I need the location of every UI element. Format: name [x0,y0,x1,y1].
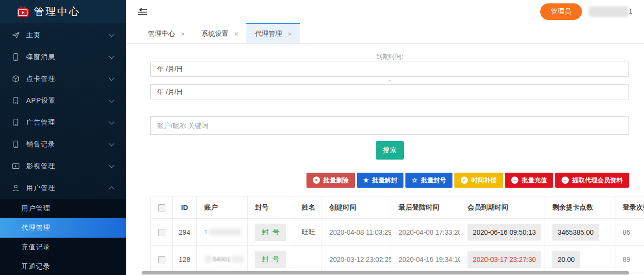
cell-name: 旺旺 [294,219,322,246]
sidebar-item-card-management[interactable]: 点卡管理 [0,68,126,90]
app-title: 管理中心 [34,5,80,18]
select-all-checkbox[interactable] [158,204,165,211]
sidebar-item-app-settings[interactable]: APP设置 [0,90,126,112]
sidebar-item-label: 用户管理 [26,184,110,193]
mobile-icon [12,140,20,148]
account-prefix: 1 [204,228,208,236]
bulk-unban-button[interactable]: ★ 批量解封 [357,173,404,188]
circle-x-icon: × [313,177,320,184]
button-label: 批量解封 [372,176,397,185]
sidebar-item-label: 销售记录 [26,140,110,149]
cell-account: 1 [197,219,248,246]
row-checkbox[interactable] [158,229,165,236]
username-suffix: 1 [629,8,632,15]
expire-time-label: 到期时间: [150,52,629,60]
submenu-item-recharge-records[interactable]: 充值记录 [0,238,126,257]
tab-management-center[interactable]: 管理中心 × [140,23,193,43]
column-header-points: 剩余提卡点数 [545,196,615,219]
column-header-login-count: 登录次数 [615,196,644,219]
tv-logo-icon [16,6,29,17]
expire-chip-expired: 2020-03-17 23:27:30 [467,251,541,268]
cell-last-login: 2020-04-16 19:34:10 [391,246,460,273]
button-label: 提取代理会员资料 [572,176,623,185]
bulk-delete-button[interactable]: × 批量删除 [306,173,355,188]
column-header-name: 姓名 [294,196,322,219]
tab-system-settings[interactable]: 系统设置 × [193,23,246,43]
sidebar-item-sales-records[interactable]: 销售记录 [0,133,126,155]
time-compensation-button[interactable]: ✓ 时间补偿 [454,173,503,188]
submenu-item-label: 开通记录 [21,262,50,271]
keyword-search-input[interactable] [150,116,629,135]
search-row: 搜索 [150,141,629,160]
bulk-recharge-button[interactable]: − 批量充值 [505,173,553,188]
search-button[interactable]: 搜索 [376,141,404,160]
column-header-ban: 封号 [248,196,294,219]
cell-created: 2020-03-12 23:02:25 [322,246,391,273]
sidebar-item-label: 广告管理 [26,118,110,127]
admin-role-button[interactable]: 管理员 [540,3,582,20]
table-header-row: ID 账户 封号 姓名 创建时间 最后登陆时间 会员到期时间 剩余提卡点数 登录… [151,196,644,219]
sidebar-item-label: 影视管理 [26,162,110,171]
circle-minus-icon: − [511,177,518,184]
chevron-down-icon [109,162,114,168]
bulk-ban-button[interactable]: ☆ 批量封号 [405,173,452,188]
table-row: 294 1 封 号 旺旺 2020-04-08 [151,219,644,246]
submenu-item-activation-records[interactable]: 开通记录 [0,257,126,275]
sidebar-item-ad-management[interactable]: 广告管理 [0,112,126,133]
submenu-item-agent-management[interactable]: 代理管理 [0,218,126,238]
redacted-account-blur [204,256,212,263]
cell-id: 294 [173,219,197,246]
close-icon[interactable]: × [234,31,238,37]
close-icon[interactable]: × [288,31,291,37]
sidebar-item-home[interactable]: 主页 [0,24,126,46]
export-agent-members-button[interactable]: − 提取代理会员资料 [555,173,629,188]
cell-login-count: 89 [615,246,644,273]
date-range-separator: - [150,77,629,84]
tab-label: 系统设置 [201,30,228,38]
mobile-icon [12,118,20,127]
chevron-down-icon [109,97,114,102]
button-label: 批量封号 [421,176,446,185]
tab-agent-management[interactable]: 代理管理 × [246,23,300,43]
sidebar-fold-icon[interactable] [138,7,147,16]
paper-plane-icon [12,31,20,39]
expire-start-date-input[interactable]: 年 /月/日 [150,62,629,77]
row-checkbox[interactable] [158,256,165,263]
user-icon [12,184,20,192]
button-label: 批量删除 [323,176,349,185]
cell-ban: 封 号 [248,219,294,246]
date-placeholder: 年 /月/日 [157,88,183,97]
column-header-member-expire: 会员到期时间 [460,196,545,219]
cell-last-login: 2020-04-08 17:33:20 [391,219,460,246]
app-root: 管理中心 主页 弹窗消息 点卡管理 APP设置 [0,0,644,275]
sidebar: 管理中心 主页 弹窗消息 点卡管理 APP设置 [0,0,126,275]
redacted-username-blur [589,6,628,17]
chevron-down-icon [109,53,114,59]
submenu-item-label: 充值记录 [21,243,50,252]
expire-end-date-input[interactable]: 年 /月/日 [150,84,629,99]
cell-login-count: 86 [615,219,644,246]
close-icon[interactable]: × [181,31,185,37]
account-fragment: 54001 [213,256,230,263]
star-filled-icon: ★ [363,177,369,183]
column-header-account: 账户 [197,196,248,219]
sidebar-item-user-management[interactable]: 用户管理 [0,177,126,199]
cell-member-expire: 2020-06-16 09:50:13 [460,219,545,246]
button-label: 时间补偿 [471,176,497,185]
horizontal-scrollbar[interactable] [142,271,629,275]
chevron-down-icon [109,141,114,146]
submenu-item-user-management[interactable]: 用户管理 [0,199,126,218]
topbar: 管理员 1 [126,0,644,23]
redacted-account-blur [209,228,242,236]
date-placeholder: 年 /月/日 [157,65,183,74]
bulk-actions-row: × 批量删除 ★ 批量解封 ☆ 批量封号 ✓ 时间补偿 − 批量充值 [150,173,629,188]
agents-table-wrap: ID 账户 封号 姓名 创建时间 最后登陆时间 会员到期时间 剩余提卡点数 登录… [150,196,644,273]
submenu-item-label: 代理管理 [21,224,50,232]
column-header-last-login: 最后登陆时间 [391,196,460,219]
tab-label: 代理管理 [255,30,282,38]
ban-account-button[interactable]: 封 号 [255,251,286,268]
ban-account-button[interactable]: 封 号 [255,224,286,241]
sidebar-item-popup-messages[interactable]: 弹窗消息 [0,46,126,68]
sidebar-item-video-management[interactable]: 影视管理 [0,155,126,177]
mobile-icon [12,97,20,105]
